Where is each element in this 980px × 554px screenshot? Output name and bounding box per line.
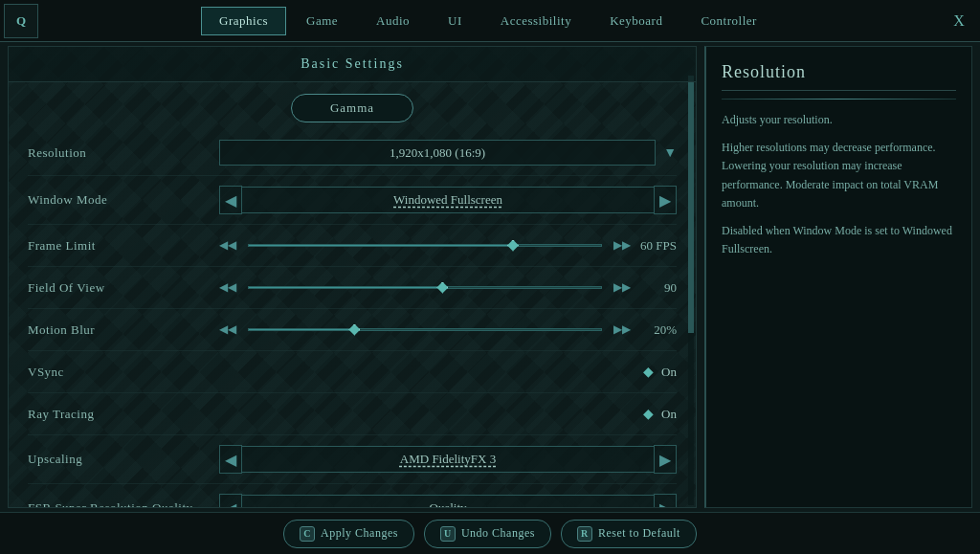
q-key-button[interactable]: Q [4,4,38,38]
info-panel-title: Resolution [722,62,956,91]
info-text-2: Higher resolutions may decrease performa… [722,139,956,212]
ray-tracing-control: ◆ On [219,406,677,422]
resolution-label: Resolution [28,145,219,161]
upscaling-selector: ◀ AMD FidelityFX 3 ▶ [219,445,677,474]
window-mode-row: Window Mode ◀ Windowed Fullscreen ▶ [28,176,677,225]
top-nav: Q Graphics Game Audio UI Accessibility K… [0,0,980,42]
frame-limit-fill [249,245,513,246]
frame-limit-row: Frame Limit ◀◀ ▶▶ 60 FPS [28,225,677,267]
window-mode-control: ◀ Windowed Fullscreen ▶ [219,186,677,214]
window-mode-prev[interactable]: ◀ [219,186,242,214]
motion-blur-decrease[interactable]: ◀◀ [219,322,236,337]
fsr-control: ◀ Quality ▶ [219,494,677,508]
window-mode-label: Window Mode [28,192,219,208]
undo-key-icon: U [440,526,456,542]
frame-limit-label: Frame Limit [28,238,219,254]
upscaling-prev[interactable]: ◀ [219,445,242,474]
ray-tracing-diamond-icon: ◆ [643,406,654,422]
ray-tracing-label: Ray Tracing [28,407,219,422]
resolution-control: 1,920x1,080 (16:9) ▼ [219,140,677,166]
nav-tabs: Graphics Game Audio UI Accessibility Key… [38,7,938,35]
motion-blur-thumb[interactable] [348,324,360,336]
settings-panel: Basic Settings Gamma Resolution 1,920x1,… [8,46,697,508]
tab-accessibility[interactable]: Accessibility [482,7,590,35]
frame-limit-control: ◀◀ ▶▶ 60 FPS [219,236,677,255]
upscaling-label: Upscaling [28,452,219,467]
tab-keyboard[interactable]: Keyboard [591,7,680,35]
tab-ui[interactable]: UI [430,7,480,35]
motion-blur-slider-container: ◀◀ ▶▶ 20% [219,321,677,340]
window-mode-next[interactable]: ▶ [654,186,677,214]
resolution-dropdown-arrow[interactable]: ▼ [663,145,677,161]
fov-value: 90 [638,280,677,296]
motion-blur-track-bg[interactable] [248,328,602,331]
motion-blur-control: ◀◀ ▶▶ 20% [219,321,677,340]
motion-blur-fill [249,329,354,330]
vsync-diamond-icon: ◆ [643,364,654,380]
fov-increase[interactable]: ▶▶ [613,280,631,295]
apply-label: Apply Changes [321,526,398,541]
fov-decrease[interactable]: ◀◀ [219,280,236,295]
window-mode-selector: ◀ Windowed Fullscreen ▶ [219,186,677,214]
upscaling-value: AMD FidelityFX 3 [242,446,654,473]
reset-label: Reset to Default [598,526,680,541]
upscaling-next[interactable]: ▶ [654,445,677,474]
vsync-label: VSync [28,365,219,380]
tab-controller[interactable]: Controller [682,7,774,35]
vsync-value: On [661,365,677,380]
ray-tracing-toggle[interactable]: ◆ On [219,406,677,422]
info-text-3: Disabled when Window Mode is set to Wind… [722,222,956,258]
fov-slider-container: ◀◀ ▶▶ 90 [219,278,677,298]
motion-blur-row: Motion Blur ◀◀ ▶▶ 20% [28,309,677,351]
frame-limit-track-bg[interactable] [248,244,602,247]
ray-tracing-value: On [661,407,677,422]
fsr-next[interactable]: ▶ [654,494,677,508]
panel-title: Basic Settings [9,47,696,82]
fov-track-bg[interactable] [248,286,602,289]
info-panel-text: Adjusts your resolution. Higher resoluti… [722,111,956,258]
motion-blur-track [248,321,602,340]
gamma-button[interactable]: Gamma [291,94,413,122]
bottom-bar: C Apply Changes U Undo Changes R Reset t… [0,512,980,554]
undo-changes-button[interactable]: U Undo Changes [424,520,551,548]
fov-track [248,278,602,298]
tab-game[interactable]: Game [288,7,356,35]
resolution-dropdown[interactable]: 1,920x1,080 (16:9) [219,140,656,166]
frame-limit-slider-container: ◀◀ ▶▶ 60 FPS [219,236,677,255]
ray-tracing-row: Ray Tracing ◆ On [28,393,677,435]
info-panel: Resolution Adjusts your resolution. High… [704,46,972,508]
fsr-row: FSR Super Resolution Quality ◀ Quality ▶ [28,484,677,508]
fov-thumb[interactable] [436,282,448,294]
fsr-prev[interactable]: ◀ [219,494,242,508]
vsync-toggle[interactable]: ◆ On [219,364,677,380]
apply-changes-button[interactable]: C Apply Changes [283,520,414,548]
frame-limit-thumb[interactable] [507,240,519,252]
fov-fill [249,287,442,288]
frame-limit-decrease[interactable]: ◀◀ [219,238,236,253]
undo-label: Undo Changes [461,526,535,541]
settings-list: Resolution 1,920x1,080 (16:9) ▼ Window M… [9,130,696,508]
motion-blur-label: Motion Blur [28,322,219,338]
close-button[interactable]: X [942,4,976,38]
fsr-label: FSR Super Resolution Quality [28,500,219,508]
motion-blur-value: 20% [638,322,677,338]
gamma-section: Gamma [9,82,696,130]
upscaling-row: Upscaling ◀ AMD FidelityFX 3 ▶ [28,435,677,484]
motion-blur-increase[interactable]: ▶▶ [613,322,631,337]
tab-graphics[interactable]: Graphics [201,7,286,35]
fsr-selector: ◀ Quality ▶ [219,494,677,508]
reset-default-button[interactable]: R Reset to Default [561,520,697,548]
fov-row: Field Of View ◀◀ ▶▶ 90 [28,267,677,309]
resolution-selector: 1,920x1,080 (16:9) ▼ [219,140,677,166]
upscaling-control: ◀ AMD FidelityFX 3 ▶ [219,445,677,474]
info-text-1: Adjusts your resolution. [722,111,956,129]
fsr-value: Quality [242,495,654,508]
frame-limit-value: 60 FPS [638,238,677,254]
apply-key-icon: C [300,526,315,542]
resolution-row: Resolution 1,920x1,080 (16:9) ▼ [28,130,677,176]
info-panel-divider [722,99,956,100]
tab-audio[interactable]: Audio [358,7,428,35]
main-layout: Basic Settings Gamma Resolution 1,920x1,… [0,42,980,512]
frame-limit-increase[interactable]: ▶▶ [613,238,631,253]
fov-label: Field Of View [28,280,219,296]
